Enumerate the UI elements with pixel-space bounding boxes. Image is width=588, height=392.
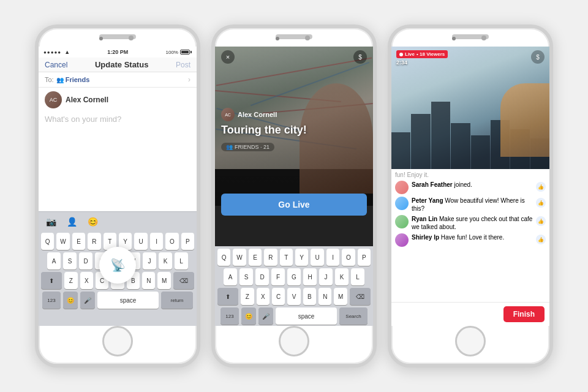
key-i[interactable]: I <box>326 249 339 266</box>
key-mic[interactable]: 🎤 <box>258 307 273 325</box>
key-m[interactable]: M <box>157 272 170 289</box>
battery-icon <box>180 50 192 55</box>
status-input[interactable]: What's on your mind? <box>39 112 197 211</box>
camera-icon[interactable]: 📷 <box>43 214 58 229</box>
search-button[interactable]: Search <box>339 307 368 325</box>
cancel-button[interactable]: Cancel <box>45 61 67 69</box>
key-a[interactable]: A <box>224 268 237 285</box>
key-e[interactable]: E <box>249 249 262 266</box>
commenter-name: Shirley Ip <box>412 234 439 241</box>
key-r[interactable]: R <box>264 249 277 266</box>
keyboard-row-4: 123 😊 🎤 space Search <box>215 306 373 326</box>
key-w[interactable]: W <box>56 233 69 250</box>
key-h[interactable]: H <box>303 268 317 285</box>
key-w[interactable]: W <box>233 249 246 266</box>
key-q[interactable]: Q <box>217 249 230 266</box>
key-s[interactable]: S <box>63 252 77 270</box>
key-123[interactable]: 123 <box>221 307 239 325</box>
key-p[interactable]: P <box>181 233 194 250</box>
key-o[interactable]: O <box>342 249 355 266</box>
audience-badge: 👥 FRIENDS · 21 <box>221 143 274 151</box>
key-emoji[interactable]: 😊 <box>63 292 78 309</box>
comment-text: Shirley Ip Have fun! Love it there. <box>412 233 533 241</box>
key-k[interactable]: K <box>335 268 349 285</box>
controls-top: × $ <box>215 47 373 67</box>
key-x[interactable]: X <box>257 288 270 305</box>
key-b[interactable]: B <box>303 288 316 305</box>
key-v[interactable]: V <box>287 288 300 305</box>
key-i[interactable]: I <box>150 233 163 250</box>
audience-icon: 👥 <box>226 144 233 150</box>
share-button[interactable]: $ <box>353 50 367 64</box>
key-a[interactable]: A <box>47 252 61 270</box>
key-d[interactable]: D <box>79 252 92 270</box>
key-k[interactable]: K <box>159 252 172 270</box>
key-m[interactable]: M <box>334 288 347 305</box>
statusbar-left: ●●●●● ▲ <box>43 49 70 55</box>
key-z[interactable]: Z <box>241 288 254 305</box>
key-j[interactable]: J <box>143 252 156 270</box>
user-row: AC Alex Cornell <box>39 88 197 112</box>
close-button[interactable]: × <box>221 50 235 64</box>
key-x[interactable]: X <box>80 272 93 289</box>
finish-button[interactable]: Finish <box>503 306 545 322</box>
key-s[interactable]: S <box>239 268 253 285</box>
live-stats: 2:34 <box>396 59 448 66</box>
live-btn-spacer <box>106 218 192 225</box>
post-button[interactable]: Post <box>176 61 190 69</box>
key-backspace[interactable]: ⌫ <box>173 272 194 289</box>
key-q[interactable]: Q <box>41 233 54 250</box>
key-y[interactable]: Y <box>295 249 308 266</box>
live-broadcast-button[interactable]: 📡 <box>99 247 136 284</box>
key-shift[interactable]: ⬆ <box>217 288 238 305</box>
overlay-top: Live • 18 Viewers 2:34 $ <box>391 47 549 69</box>
key-t[interactable]: T <box>280 249 293 266</box>
key-backspace[interactable]: ⌫ <box>350 288 371 305</box>
key-z[interactable]: Z <box>64 272 77 289</box>
signal-dots: ●●●●● <box>43 50 61 55</box>
like-button[interactable]: 👍 <box>536 198 546 208</box>
friends-selector[interactable]: 👥 Friends <box>56 76 90 83</box>
key-j[interactable]: J <box>319 268 333 285</box>
key-u[interactable]: U <box>134 233 147 250</box>
keyboard-row-2: A S D F G H J K L <box>215 267 373 287</box>
chevron-right-icon: › <box>188 75 190 84</box>
friends-icon: 👥 <box>56 77 64 83</box>
like-button[interactable]: 👍 <box>536 235 546 244</box>
key-123[interactable]: 123 <box>42 292 61 309</box>
key-return[interactable]: return <box>161 292 193 309</box>
key-l[interactable]: L <box>175 252 188 270</box>
tag-icon[interactable]: 👤 <box>64 214 79 229</box>
key-e[interactable]: E <box>72 233 85 250</box>
battery-percent: 100% <box>166 50 178 55</box>
avatar-initials: AC <box>225 113 231 117</box>
comment-text: Peter Yang Wow beautiful view! Where is … <box>412 197 533 213</box>
key-emoji[interactable]: 😊 <box>241 307 256 325</box>
key-n[interactable]: N <box>142 272 155 289</box>
key-shift[interactable]: ⬆ <box>41 272 62 289</box>
key-f[interactable]: F <box>271 268 285 285</box>
go-live-button[interactable]: Go Live <box>221 194 367 216</box>
key-n[interactable]: N <box>318 288 331 305</box>
like-button[interactable]: 👍 <box>536 216 546 226</box>
person-arm <box>500 83 549 157</box>
audience-row[interactable]: To: 👥 Friends › <box>39 72 197 88</box>
share-button-3[interactable]: $ <box>531 50 545 64</box>
key-l[interactable]: L <box>351 268 364 285</box>
key-space[interactable]: space <box>97 292 159 309</box>
key-space[interactable]: space <box>276 307 337 325</box>
key-r[interactable]: R <box>88 233 100 250</box>
key-p[interactable]: P <box>358 249 371 266</box>
key-u[interactable]: U <box>311 249 323 266</box>
key-g[interactable]: G <box>287 268 301 285</box>
key-mic[interactable]: 🎤 <box>80 292 95 309</box>
commenter-name: Sarah Feather <box>412 181 453 188</box>
like-button[interactable]: 👍 <box>536 182 546 192</box>
key-d[interactable]: D <box>255 268 269 285</box>
key-o[interactable]: O <box>165 233 178 250</box>
building <box>451 123 470 169</box>
emoji-icon[interactable]: 😊 <box>85 214 100 229</box>
live-dot <box>399 53 403 56</box>
key-c[interactable]: C <box>272 288 285 305</box>
keyboard-row-1: Q W E R T Y U I O P <box>215 247 373 267</box>
